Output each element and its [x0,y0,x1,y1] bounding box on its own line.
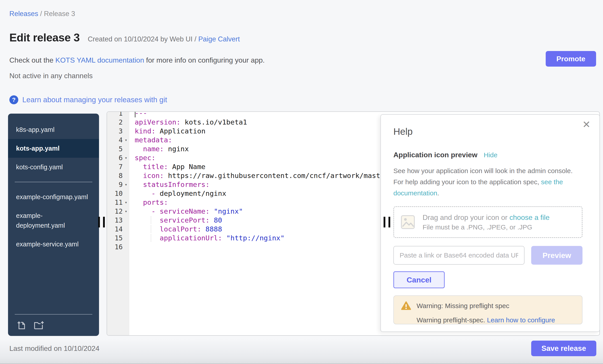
line-number: 12▾ [107,207,129,215]
line-number: 15 [107,234,129,242]
line-number: 1 [107,111,129,117]
line-number: 4▾ [107,136,129,144]
fold-arrow-icon[interactable]: ▾ [123,182,129,187]
line-number: 13 [107,216,129,224]
icon-url-input[interactable] [393,246,524,265]
image-placeholder-icon [401,215,415,229]
breadcrumb: Releases / Release 3 [9,10,75,18]
sidebar-resize-handle[interactable] [98,217,107,227]
kots-yaml-doc-link[interactable]: KOTS YAML documentation [55,56,144,64]
drop-zone-file-types: File must be a .PNG, .JPEG, or .JPG [423,223,549,231]
doc-line: Check out the KOTS YAML documentation fo… [9,56,265,64]
fold-arrow-icon[interactable]: ▾ [123,200,129,205]
line-number: 9▾ [107,181,129,188]
preflight-warning-box: Warning: Missing preflight spec Warning … [393,295,582,324]
drop-zone-main-text: Drag and drop your icon or choose a file [423,213,549,222]
fold-arrow-icon[interactable]: ▾ [123,155,129,160]
icon-preview-section-title: Application icon preview [393,151,477,159]
close-icon[interactable]: ✕ [582,120,591,129]
breadcrumb-releases-link[interactable]: Releases [9,10,38,18]
line-number: 2 [107,118,129,126]
choose-file-link[interactable]: choose a file [510,213,550,221]
file-tree-item[interactable]: kots-app.yaml [8,139,99,158]
preview-button[interactable]: Preview [531,246,582,265]
warning-triangle-icon [401,301,411,310]
git-help-row: ? Learn about managing your releases wit… [9,95,167,104]
file-tree-item[interactable]: k8s-app.yaml [8,120,99,139]
title-row: Edit release 3 Created on 10/10/2024 by … [9,31,240,44]
file-tree-item[interactable]: example-service.yaml [8,235,99,254]
created-meta: Created on 10/10/2024 by Web UI / Paige … [88,35,240,43]
created-author-link[interactable]: Paige Calvert [198,35,240,43]
fold-arrow-icon[interactable]: ▾ [123,137,129,142]
line-number: 10 [107,189,129,197]
file-tree-divider [15,182,92,182]
save-release-button[interactable]: Save release [531,341,596,356]
warning-detail: Warning preflight-spec. Learn how to con… [417,316,575,324]
breadcrumb-current: Release 3 [44,10,75,18]
add-file-icon[interactable] [16,320,27,330]
channel-status: Not active in any channels [9,72,93,80]
file-tree-item[interactable]: example-deployment.yaml [8,206,99,235]
add-folder-icon[interactable] [34,320,44,330]
page-title: Edit release 3 [9,31,80,44]
file-tree-footer-divider [15,314,92,315]
question-circle-icon: ? [9,95,18,104]
doc-line-suffix: for more info on configuring your app. [144,56,265,64]
page-background: Releases / Release 3 Edit release 3 Crea… [0,0,603,364]
file-tree-list: k8s-app.yamlkots-app.yamlkots-config.yam… [8,114,99,254]
icon-preview-description: See how your application icon will look … [393,165,579,199]
hide-link[interactable]: Hide [484,151,498,159]
drop-zone-text-prefix: Drag and drop your icon or [423,213,510,221]
file-tree-item[interactable]: kots-config.yaml [8,158,99,176]
breadcrumb-separator: / [38,10,44,18]
learn-how-to-configure-link[interactable]: Learn how to configure [487,316,555,324]
fold-arrow-icon[interactable]: ▾ [123,209,129,214]
line-number: 5 [107,145,129,153]
icon-preview-desc-period: . [437,189,439,197]
promote-button[interactable]: Promote [546,51,596,66]
line-number: 7 [107,163,129,171]
line-number: 3 [107,127,129,135]
icon-drop-zone[interactable]: Drag and drop your icon or choose a file… [393,206,582,238]
doc-line-prefix: Check out the [9,56,55,64]
line-number: 8 [107,172,129,179]
git-releases-link[interactable]: Learn about managing your releases with … [22,96,167,104]
file-tree-item[interactable]: example-configmap.yaml [8,188,99,206]
line-number: 14 [107,225,129,233]
line-number: 11▾ [107,199,129,206]
help-panel: ✕ Help Application icon preview Hide See… [381,114,600,332]
line-number: 16 [107,243,129,251]
file-tree-footer [8,314,99,336]
cancel-button[interactable]: Cancel [393,271,445,288]
help-panel-title: Help [393,126,582,137]
warning-detail-text: Warning preflight-spec. [417,316,487,324]
warning-title: Warning: Missing preflight spec [417,302,509,310]
created-text: Created on 10/10/2024 by Web UI / [88,35,198,43]
help-panel-resize-handle[interactable] [383,217,393,227]
file-tree-sidebar: k8s-app.yamlkots-app.yamlkots-config.yam… [8,114,99,336]
last-modified-text: Last modified on 10/10/2024 [9,344,99,353]
line-number: 6▾ [107,154,129,162]
